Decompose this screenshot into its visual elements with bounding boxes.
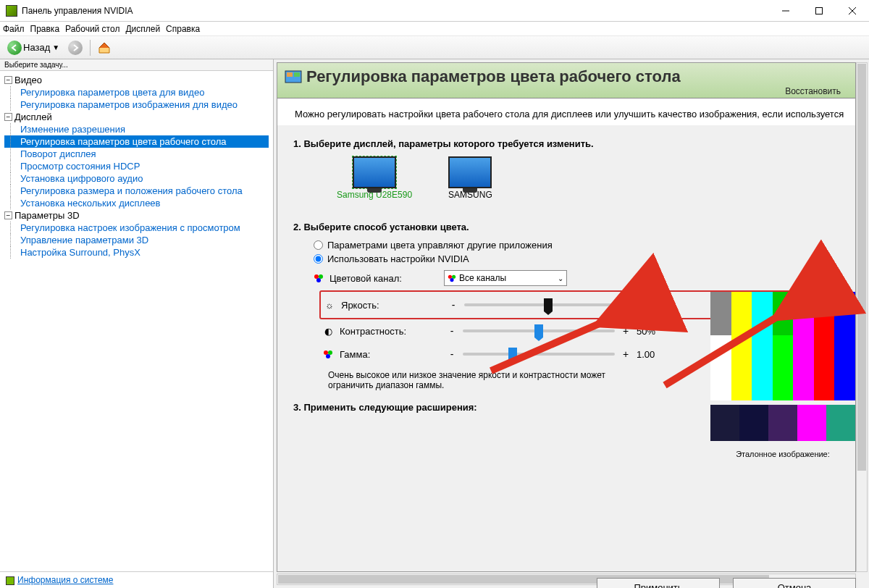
slider-thumb[interactable] xyxy=(508,348,517,361)
slider-thumb[interactable] xyxy=(544,298,553,311)
gamma-icon xyxy=(322,348,334,360)
tree-cat-display[interactable]: −Дисплей xyxy=(4,111,269,123)
plus-icon: + xyxy=(621,348,631,360)
svg-rect-5 xyxy=(287,72,293,77)
tree-cat-label: Дисплей xyxy=(14,112,52,122)
contrast-icon: ◐ xyxy=(322,325,334,337)
brightness-label: Яркость: xyxy=(341,300,442,311)
minimize-button[interactable] xyxy=(769,0,802,22)
titlebar: Панель управления NVIDIA xyxy=(0,0,869,22)
svg-point-12 xyxy=(450,278,453,282)
tree-item-size-position[interactable]: Регулировка размера и положения рабочего… xyxy=(4,185,269,197)
svg-point-15 xyxy=(326,354,330,358)
vertical-scrollbar[interactable] xyxy=(856,62,868,572)
radio-input[interactable] xyxy=(314,254,323,264)
minus-icon: - xyxy=(448,299,458,311)
contrast-label: Контрастность: xyxy=(340,326,441,337)
channel-select[interactable]: Все каналы ⌄ xyxy=(444,270,567,286)
display-1[interactable]: Samsung U28E590 xyxy=(337,156,412,200)
back-button[interactable]: Назад ▼ xyxy=(4,39,62,56)
restore-link[interactable]: Восстановить xyxy=(306,86,848,96)
radio-input[interactable] xyxy=(314,240,323,250)
back-icon xyxy=(7,41,22,55)
brightness-icon: ☼ xyxy=(324,299,335,311)
radio-other-apps[interactable]: Параметрами цвета управляют другие прило… xyxy=(314,240,845,251)
tree-item-resolution[interactable]: Изменение разрешения xyxy=(4,123,269,135)
tree-item-3d-manage[interactable]: Управление параметрами 3D xyxy=(4,234,269,246)
tree-cat-video[interactable]: −Видео xyxy=(4,74,269,86)
tree-item-surround[interactable]: Настройка Surround, PhysX xyxy=(4,246,269,259)
menu-desktop[interactable]: Рабочий стол xyxy=(65,24,119,34)
collapse-icon[interactable]: − xyxy=(4,76,12,84)
monitor-icon xyxy=(353,156,396,188)
gamma-slider[interactable] xyxy=(463,353,615,356)
tree-cat-label: Параметры 3D xyxy=(14,210,80,221)
tree-item-hdcp[interactable]: Просмотр состояния HDCP xyxy=(4,160,269,172)
contrast-slider[interactable] xyxy=(463,329,615,332)
channel-icon xyxy=(314,273,324,283)
toolbar: Назад ▼ xyxy=(0,36,869,59)
svg-point-11 xyxy=(452,275,456,279)
channel-label: Цветовой канал: xyxy=(329,273,438,284)
radio-label: Параметрами цвета управляют другие прило… xyxy=(327,240,553,251)
collapse-icon[interactable]: − xyxy=(4,113,12,121)
close-button[interactable] xyxy=(836,0,869,22)
plus-icon: + xyxy=(622,299,632,311)
tree-cat-3d[interactable]: −Параметры 3D xyxy=(4,209,269,222)
panel-header: Регулировка параметров цвета рабочего ст… xyxy=(277,63,855,98)
menu-help[interactable]: Справка xyxy=(166,24,200,34)
tree-item-3d-preview[interactable]: Регулировка настроек изображения с просм… xyxy=(4,222,269,234)
home-button[interactable] xyxy=(95,40,114,56)
home-icon xyxy=(98,41,111,54)
monitor-icon xyxy=(448,156,492,188)
color-bars xyxy=(710,292,855,400)
tree-item-rotate[interactable]: Поворот дисплея xyxy=(4,148,269,160)
system-info-link[interactable]: Информация о системе xyxy=(0,571,273,588)
panel-description: Можно регулировать настройки цвета рабоч… xyxy=(277,98,855,125)
scroll-thumb[interactable] xyxy=(857,64,866,471)
menu-file[interactable]: Файл xyxy=(3,24,25,34)
svg-point-13 xyxy=(324,350,328,355)
settings-panel: Регулировка параметров цвета рабочего ст… xyxy=(277,62,856,572)
maximize-button[interactable] xyxy=(802,0,836,22)
step2-label: 2. Выберите способ установки цвета. xyxy=(293,222,845,232)
svg-point-14 xyxy=(328,350,332,355)
radio-label: Использовать настройки NVIDIA xyxy=(327,253,469,264)
plus-icon: + xyxy=(621,325,631,337)
menu-display[interactable]: Дисплей xyxy=(125,24,160,34)
app-icon xyxy=(6,5,17,17)
color-preview: Эталонное изображение: xyxy=(710,292,855,458)
apply-button[interactable]: Применить xyxy=(597,578,720,588)
minus-icon: - xyxy=(447,348,457,360)
display-2[interactable]: SAMSUNG xyxy=(448,156,492,200)
radio-nvidia[interactable]: Использовать настройки NVIDIA xyxy=(314,253,845,264)
back-label: Назад xyxy=(23,42,50,53)
panel-icon xyxy=(285,70,302,85)
back-dropdown-icon: ▼ xyxy=(52,43,59,51)
preview-label: Эталонное изображение: xyxy=(710,450,855,458)
svg-rect-6 xyxy=(294,72,300,77)
tree-item-video-image[interactable]: Регулировка параметров изображения для в… xyxy=(4,98,269,111)
forward-icon xyxy=(68,41,83,55)
tree-item-video-color[interactable]: Регулировка параметров цвета для видео xyxy=(4,86,269,98)
forward-button[interactable] xyxy=(65,39,85,56)
slider-thumb[interactable] xyxy=(534,324,543,337)
menubar: Файл Правка Рабочий стол Дисплей Справка xyxy=(0,22,869,36)
minus-icon: - xyxy=(447,325,457,337)
channel-icon xyxy=(448,274,456,282)
chevron-down-icon: ⌄ xyxy=(558,274,563,282)
svg-point-10 xyxy=(448,275,452,279)
tree-item-desktop-color[interactable]: Регулировка параметров цвета рабочего ст… xyxy=(4,135,269,148)
gamma-note: Очень высокое или низкое значение яркост… xyxy=(328,370,632,390)
svg-rect-1 xyxy=(816,7,823,14)
gamma-value: 1.00 xyxy=(637,349,673,360)
cancel-button[interactable]: Отмена xyxy=(733,578,856,588)
brightness-slider[interactable] xyxy=(464,303,616,306)
window-title: Панель управления NVIDIA xyxy=(22,6,769,16)
tree-item-audio[interactable]: Установка цифрового аудио xyxy=(4,172,269,185)
tree-item-multi-display[interactable]: Установка нескольких дисплеев xyxy=(4,197,269,209)
menu-edit[interactable]: Правка xyxy=(30,24,60,34)
main-area: Регулировка параметров цвета рабочего ст… xyxy=(274,59,869,588)
collapse-icon[interactable]: − xyxy=(4,211,12,219)
info-icon xyxy=(6,576,14,585)
